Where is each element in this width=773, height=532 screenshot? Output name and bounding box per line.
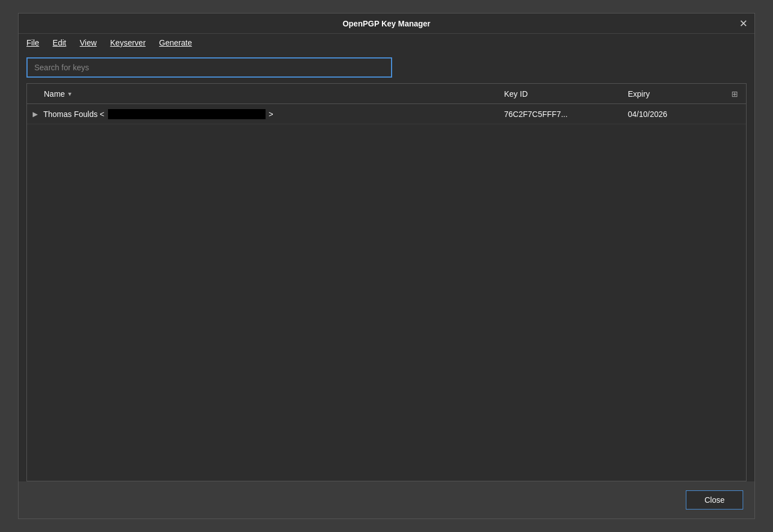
title-bar: OpenPGP Key Manager ✕ bbox=[19, 13, 754, 34]
row-name-suffix: > bbox=[269, 110, 273, 119]
search-container bbox=[19, 52, 754, 83]
row-keyid-cell: 76C2F7C5FFF7... bbox=[498, 110, 622, 119]
col-header-name: Name ▾ bbox=[27, 89, 498, 98]
column-settings-icon[interactable]: ⊞ bbox=[731, 89, 738, 98]
col-header-options[interactable]: ⊞ bbox=[723, 89, 746, 98]
row-name-text: Thomas Foulds < bbox=[43, 110, 105, 119]
menu-view[interactable]: View bbox=[78, 37, 99, 48]
table-body: ▶ Thomas Foulds < > 76C2F7C5FFF7... 04/1… bbox=[27, 104, 746, 481]
close-button[interactable]: Close bbox=[686, 490, 743, 510]
col-header-keyid: Key ID bbox=[498, 89, 622, 99]
menu-keyserver[interactable]: Keyserver bbox=[108, 37, 148, 48]
row-expiry-cell: 04/10/2026 bbox=[622, 110, 723, 119]
expand-icon[interactable]: ▶ bbox=[33, 110, 38, 118]
menu-edit[interactable]: Edit bbox=[51, 37, 69, 48]
table-header: Name ▾ Key ID Expiry ⊞ bbox=[27, 84, 746, 104]
menu-generate[interactable]: Generate bbox=[157, 37, 194, 48]
row-name-cell: ▶ Thomas Foulds < > bbox=[27, 109, 498, 119]
main-window: OpenPGP Key Manager ✕ File Edit View Key… bbox=[18, 13, 755, 519]
close-window-button[interactable]: ✕ bbox=[739, 19, 748, 29]
col-header-expiry: Expiry bbox=[622, 89, 723, 99]
sort-arrow-icon[interactable]: ▾ bbox=[68, 90, 71, 98]
redacted-email bbox=[108, 109, 266, 119]
key-table: Name ▾ Key ID Expiry ⊞ ▶ Thomas Foulds <… bbox=[26, 83, 747, 481]
menu-bar: File Edit View Keyserver Generate bbox=[19, 34, 754, 52]
bottom-bar: Close bbox=[19, 481, 754, 519]
menu-file[interactable]: File bbox=[24, 37, 42, 48]
window-title: OpenPGP Key Manager bbox=[343, 19, 430, 28]
table-row[interactable]: ▶ Thomas Foulds < > 76C2F7C5FFF7... 04/1… bbox=[27, 104, 746, 124]
search-input[interactable] bbox=[26, 57, 392, 78]
